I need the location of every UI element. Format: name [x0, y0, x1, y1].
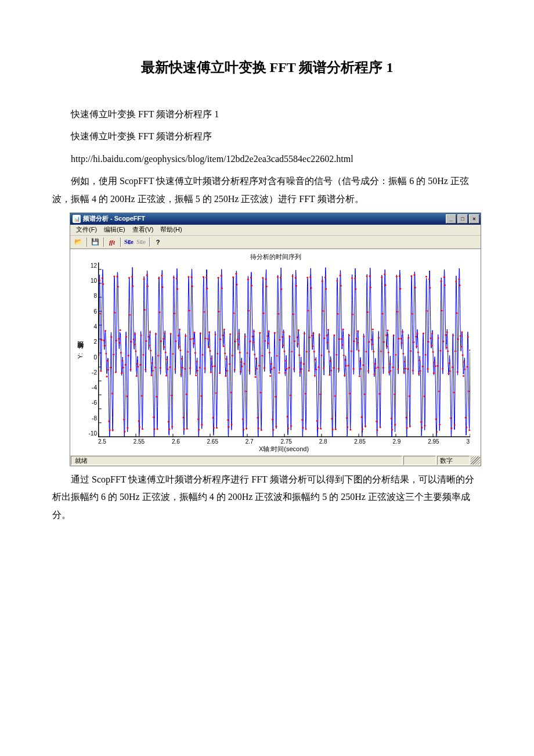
menu-edit[interactable]: 编辑(E)	[100, 225, 129, 234]
menu-file[interactable]: 文件(F)	[73, 225, 100, 234]
svg-point-267	[279, 339, 281, 341]
svg-point-499	[452, 366, 453, 368]
svg-point-142	[186, 428, 188, 430]
svg-point-152	[194, 332, 196, 333]
svg-point-463	[425, 354, 427, 355]
svg-point-188	[221, 275, 222, 276]
svg-point-39	[110, 366, 111, 368]
svg-point-281	[290, 394, 291, 396]
svg-point-204	[232, 276, 234, 278]
svg-point-263	[276, 355, 278, 357]
svg-point-132	[179, 329, 181, 330]
maximize-button[interactable]: □	[457, 214, 468, 224]
svg-point-224	[247, 279, 249, 280]
fft-button[interactable]: fft	[106, 237, 118, 247]
help-icon[interactable]: ?	[152, 237, 164, 247]
svg-point-128	[176, 278, 178, 279]
svg-point-341	[334, 395, 336, 397]
svg-point-411	[386, 345, 388, 347]
svg-point-301	[304, 393, 306, 395]
svg-point-85	[144, 309, 146, 311]
svg-point-402	[380, 426, 381, 428]
svg-point-454	[418, 373, 420, 375]
svg-point-348	[340, 275, 341, 276]
svg-point-116	[167, 368, 169, 370]
svg-point-505	[456, 312, 458, 314]
svg-point-386	[367, 370, 369, 372]
svg-point-48	[117, 276, 118, 278]
svg-point-343	[335, 354, 337, 355]
svg-point-383	[365, 351, 367, 352]
app-icon: 📊	[73, 215, 81, 223]
svg-point-381	[364, 393, 366, 395]
svg-point-285	[293, 313, 294, 315]
svg-point-165	[203, 311, 205, 312]
open-icon[interactable]: 📂	[73, 237, 84, 247]
svg-point-202	[231, 424, 233, 426]
svg-point-92	[149, 331, 151, 333]
svg-point-140	[185, 335, 186, 337]
svg-point-78	[139, 426, 140, 428]
minimize-button[interactable]: _	[446, 214, 456, 224]
svg-point-251	[267, 343, 269, 344]
svg-point-429	[399, 288, 401, 290]
svg-point-237	[257, 417, 258, 419]
svg-point-510	[460, 335, 461, 337]
svg-point-465	[426, 310, 428, 312]
spectrum-button-1[interactable]: Sᴇe	[123, 237, 135, 247]
svg-point-27	[101, 339, 103, 341]
svg-point-76	[137, 366, 139, 368]
svg-point-389	[370, 286, 371, 288]
svg-point-516	[464, 368, 466, 370]
svg-point-315	[315, 359, 316, 361]
svg-point-470	[430, 337, 432, 339]
svg-point-110	[163, 338, 164, 340]
svg-point-379	[362, 364, 364, 366]
svg-point-406	[383, 367, 384, 369]
menu-help[interactable]: 帮助(H)	[157, 225, 185, 234]
svg-point-292	[298, 329, 300, 331]
svg-point-218	[243, 429, 244, 430]
svg-point-321	[319, 393, 321, 395]
svg-point-309	[311, 287, 312, 289]
spectrum-button-2[interactable]: Sᴇe	[135, 237, 147, 247]
close-button[interactable]: ×	[469, 214, 479, 224]
svg-point-64	[128, 277, 130, 279]
svg-point-376	[360, 368, 362, 370]
svg-point-158	[198, 429, 200, 430]
svg-point-115	[166, 359, 168, 361]
save-icon[interactable]: 💾	[89, 237, 101, 247]
svg-point-340	[333, 334, 335, 336]
svg-point-509	[459, 285, 461, 286]
window-title: 频谱分析 - ScopeFFT	[83, 214, 445, 223]
svg-point-63	[128, 355, 129, 357]
svg-point-443	[410, 350, 412, 352]
svg-point-362	[349, 429, 351, 431]
svg-point-225	[248, 309, 250, 311]
svg-point-31	[104, 345, 106, 347]
svg-point-276	[286, 368, 287, 370]
svg-point-223	[247, 352, 248, 354]
svg-point-439	[407, 368, 409, 370]
svg-point-270	[282, 336, 283, 338]
resize-grip-icon[interactable]	[471, 456, 480, 465]
svg-point-433	[402, 352, 404, 354]
svg-point-320	[319, 334, 320, 336]
svg-point-247	[264, 340, 266, 342]
svg-point-504	[455, 280, 457, 282]
svg-point-481	[438, 391, 440, 393]
svg-point-189	[221, 287, 223, 289]
svg-point-124	[173, 276, 175, 278]
x-axis-ticks: 2.52.552.62.652.72.752.82.852.92.953	[98, 438, 470, 445]
window-titlebar[interactable]: 📊 频谱分析 - ScopeFFT _ □ ×	[70, 213, 481, 225]
svg-point-415	[389, 363, 391, 365]
svg-point-231	[252, 341, 254, 343]
svg-point-329	[325, 288, 327, 290]
menu-view[interactable]: 查看(V)	[129, 225, 157, 234]
svg-point-318	[317, 427, 319, 429]
svg-point-484	[441, 280, 442, 282]
svg-point-136	[182, 367, 183, 369]
svg-point-144	[187, 276, 189, 278]
svg-point-75	[136, 363, 138, 365]
svg-point-400	[378, 337, 380, 339]
